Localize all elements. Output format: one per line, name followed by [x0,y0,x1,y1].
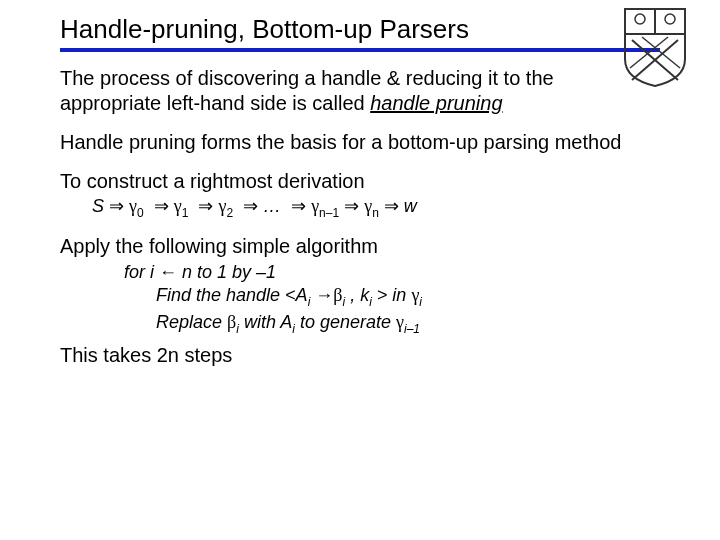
deriv-w: w [404,196,417,216]
implies-icon: ⇒ [109,196,124,216]
svg-point-3 [665,14,675,24]
intro-emph: handle pruning [370,92,502,114]
algo-l2a: Find the handle <A [156,285,308,305]
paragraph-basis: Handle pruning forms the basis for a bot… [60,130,660,155]
algo-l3c: to generate [295,312,396,332]
gamma-n: γ [364,196,372,216]
algo-l1b: n to 1 by –1 [177,262,276,282]
slide: Handle-pruning, Bottom-up Parsers The pr… [0,0,720,392]
deriv-dots: … [263,196,281,216]
gamma-i-1: γ [396,312,404,332]
algo-line-3: Replace βi with Ai to generate γi–1 [156,311,660,337]
paragraph-steps: This takes 2n steps [60,343,660,368]
paragraph-apply: Apply the following simple algorithm [60,234,660,259]
implies-icon: ⇒ [291,196,306,216]
university-crest [620,4,690,89]
right-arrow-icon: → [315,285,333,305]
slide-title: Handle-pruning, Bottom-up Parsers [60,15,660,44]
algo-line-1: for i ← n to 1 by –1 [124,261,660,284]
implies-icon: ⇒ [384,196,399,216]
algo-l3b: with A [239,312,292,332]
implies-icon: ⇒ [198,196,213,216]
algo-line-2: Find the handle <Ai →βi , ki > in γi [156,284,660,310]
derivation-chain: S ⇒ γ0 ⇒ γ1 ⇒ γ2 ⇒ … ⇒ γn–1 ⇒ γn ⇒ w [92,196,660,220]
beta-i-2: β [227,312,236,332]
algo-l2c: > in [372,285,412,305]
gamma-0: γ [129,196,137,216]
gamma-1: γ [174,196,182,216]
algo-l2b: , k [345,285,369,305]
algo-l3a: Replace [156,312,227,332]
implies-icon: ⇒ [243,196,258,216]
paragraph-intro: The process of discovering a handle & re… [60,66,580,116]
title-underline [60,48,660,52]
gamma-n-1: γ [311,196,319,216]
svg-point-2 [635,14,645,24]
implies-icon: ⇒ [344,196,359,216]
algo-l1a: for i [124,262,159,282]
algorithm-block: for i ← n to 1 by –1 Find the handle <Ai… [92,261,660,337]
implies-icon: ⇒ [154,196,169,216]
paragraph-construct: To construct a rightmost derivation [60,169,660,194]
deriv-s: S [92,196,104,216]
left-arrow-icon: ← [159,262,177,282]
